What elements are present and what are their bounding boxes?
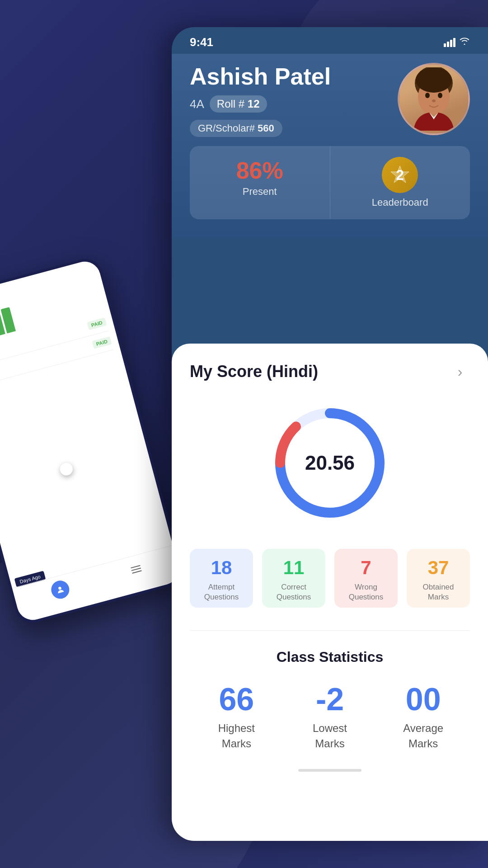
- close-button[interactable]: ›: [450, 362, 470, 382]
- highest-label: HighestMarks: [190, 721, 283, 751]
- wrong-number: 7: [342, 557, 390, 579]
- attempt-box: 18 AttemptQuestions: [190, 549, 253, 608]
- score-card-header: My Score (Hindi) ›: [190, 362, 470, 382]
- lowest-stat: -2 LowestMarks: [283, 684, 377, 751]
- stats-boxes: 18 AttemptQuestions 11 CorrectQuestions …: [190, 549, 470, 608]
- avatar-face: [399, 65, 468, 133]
- status-icons: [444, 37, 470, 47]
- average-label: AverageMarks: [376, 721, 470, 751]
- class-badge: 4A: [190, 97, 204, 111]
- svg-point-0: [58, 586, 61, 590]
- leaderboard-stat: 2 Leaderboard: [330, 146, 470, 219]
- present-stat: 86% Present: [190, 146, 330, 219]
- student-class-row: 4A Roll # 12: [190, 95, 331, 113]
- present-label: Present: [197, 186, 323, 198]
- correct-box: 11 CorrectQuestions: [262, 549, 325, 608]
- student-name: Ashish Patel: [190, 63, 331, 90]
- class-stats-row: 66 HighestMarks -2 LowestMarks 00 Averag…: [190, 684, 470, 751]
- lowest-label: LowestMarks: [283, 721, 377, 751]
- score-card: My Score (Hindi) › 20.56 18 Attem: [172, 344, 488, 841]
- avatar: [398, 63, 470, 135]
- attempt-label: AttemptQuestions: [197, 582, 246, 602]
- paid-badge-1: PAID: [87, 317, 107, 330]
- present-value: 86%: [197, 157, 323, 184]
- highest-value: 66: [190, 684, 283, 715]
- average-stat: 00 AverageMarks: [376, 684, 470, 751]
- class-stats-title: Class Statistics: [190, 649, 470, 665]
- main-phone: 9:41 Ashish Patel 4A: [172, 27, 488, 841]
- signal-icon: [444, 38, 455, 47]
- leaderboard-label: Leaderboard: [338, 197, 463, 208]
- wifi-icon: [459, 37, 470, 47]
- gr-badge: GR/Scholar# 560: [190, 120, 282, 137]
- indicator-bar: [298, 769, 361, 772]
- leaderboard-badge: 2: [382, 157, 418, 193]
- donut-chart-container: 20.56: [190, 400, 470, 526]
- attempt-number: 18: [197, 557, 246, 579]
- svg-point-6: [432, 99, 436, 102]
- header-area: Ashish Patel 4A Roll # 12 GR/Scholar# 56…: [172, 54, 488, 237]
- leaderboard-rank: 2: [396, 167, 404, 184]
- donut-chart: 20.56: [267, 400, 393, 526]
- lowest-value: -2: [283, 684, 377, 715]
- svg-point-5: [438, 93, 442, 98]
- roll-badge: Roll # 12: [210, 95, 267, 113]
- obtained-box: 37 ObtainedMarks: [407, 549, 470, 608]
- divider: [190, 630, 470, 631]
- student-details: Ashish Patel 4A Roll # 12 GR/Scholar# 56…: [190, 63, 331, 137]
- score-value: 20.56: [267, 400, 393, 526]
- correct-number: 11: [269, 557, 318, 579]
- svg-point-3: [416, 67, 452, 93]
- wrong-box: 7 WrongQuestions: [334, 549, 398, 608]
- stats-row: 86% Present 2 Leaderboard: [190, 146, 470, 219]
- highest-stat: 66 HighestMarks: [190, 684, 283, 751]
- score-card-title: My Score (Hindi): [190, 362, 318, 381]
- user-icon: [49, 579, 71, 601]
- svg-point-4: [425, 93, 430, 98]
- average-value: 00: [376, 684, 470, 715]
- correct-label: CorrectQuestions: [269, 582, 318, 602]
- bottom-indicator: [190, 769, 470, 772]
- menu-icon: [129, 559, 143, 579]
- student-info: Ashish Patel 4A Roll # 12 GR/Scholar# 56…: [190, 63, 470, 137]
- status-time: 9:41: [190, 35, 213, 49]
- obtained-number: 37: [414, 557, 463, 579]
- paid-badge-2: PAID: [92, 336, 112, 349]
- obtained-label: ObtainedMarks: [414, 582, 463, 602]
- wrong-label: WrongQuestions: [342, 582, 390, 602]
- status-bar: 9:41: [172, 27, 488, 54]
